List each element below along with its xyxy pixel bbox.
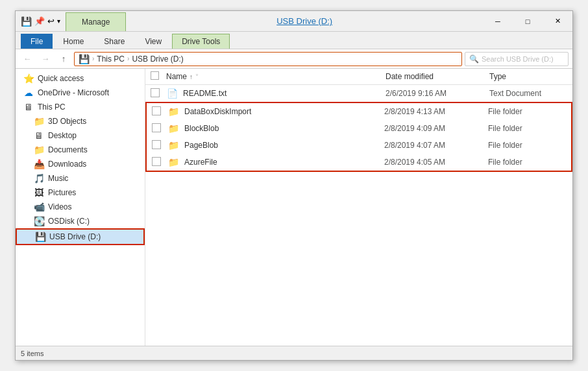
address-bar: ← → ↑ 💾 › This PC › USB Drive (D:) 🔍 Sea… [16,49,572,69]
file-row-pageblob[interactable]: 📁 PageBlob 2/8/2019 4:07 AM File folder [145,137,572,154]
file-list: Name ↑ ˅ Date modified Type 📄 README.txt… [145,69,572,346]
header-date[interactable]: Date modified [386,72,489,81]
music-icon: 🎵 [34,173,44,184]
file-date-readme: 2/6/2019 9:16 AM [386,89,489,98]
file-date-pageblob: 2/8/2019 4:07 AM [384,141,488,150]
file-date-blockblob: 2/8/2019 4:09 AM [384,124,488,133]
onedrive-icon: ☁ [23,88,34,98]
documents-icon: 📁 [34,145,44,155]
address-usb-drive: USB Drive (D:) [132,54,183,64]
undo-btn[interactable]: ↩ [47,16,55,26]
file-date-azurefile: 2/8/2019 4:05 AM [384,158,488,167]
maximize-button[interactable]: □ [513,11,543,32]
title-bar: 💾 📌 ↩ ▾ Manage USB Drive (D:) ─ □ ✕ [16,11,572,32]
txt-file-icon: 📄 [166,88,178,99]
quick-access-pin[interactable]: 📌 [34,16,45,26]
sidebar-item-music[interactable]: 🎵 Music [16,171,145,186]
manage-tab-title[interactable]: Manage [66,12,126,31]
sidebar-item-3d-objects[interactable]: 📁 3D Objects [16,114,145,128]
address-path[interactable]: 💾 › This PC › USB Drive (D:) [74,52,462,66]
close-button[interactable]: ✕ [543,11,572,32]
osdisk-icon: 💽 [34,216,44,226]
title-bar-title: USB Drive (D:) [126,11,483,31]
tab-drive-tools[interactable]: Drive Tools [172,34,230,49]
folder-icon-databoxdisk: 📁 [167,106,179,117]
file-type-pageblob: File folder [488,141,566,150]
sidebar-item-this-pc[interactable]: 🖥 This PC [16,100,145,114]
row-check-azurefile[interactable] [152,157,167,168]
minimize-button[interactable]: ─ [483,11,513,32]
tab-share[interactable]: Share [94,34,134,49]
sidebar-item-documents[interactable]: 📁 Documents [16,143,145,157]
desktop-icon: 🖥 [34,130,44,141]
file-name-pageblob: 📁 PageBlob [167,139,384,151]
this-pc-icon: 🖥 [23,102,34,112]
back-button[interactable]: ← [19,51,35,67]
search-box[interactable]: 🔍 Search USB Drive (D:) [465,52,569,66]
explorer-window: 💾 📌 ↩ ▾ Manage USB Drive (D:) ─ □ ✕ File… [15,10,573,361]
folder-icon-blockblob: 📁 [167,123,179,134]
window-controls: ─ □ ✕ [483,11,572,31]
row-check-blockblob[interactable] [152,123,167,134]
file-list-header: Name ↑ ˅ Date modified Type [145,69,572,85]
tab-view[interactable]: View [135,34,171,49]
status-bar: 5 items [16,346,572,360]
sidebar-item-pictures[interactable]: 🖼 Pictures [16,186,145,200]
header-type[interactable]: Type [489,72,567,81]
file-row-databoxdisk[interactable]: 📁 DataBoxDiskImport 2/8/2019 4:13 AM Fil… [145,102,572,120]
ribbon: File Home Share View Drive Tools [16,32,572,49]
file-type-readme: Text Document [489,89,567,98]
file-name-readme: 📄 README.txt [166,88,386,99]
status-text: 5 items [21,350,43,357]
sidebar-item-downloads[interactable]: 📥 Downloads [16,157,145,171]
pictures-icon: 🖼 [34,187,44,198]
tab-home[interactable]: Home [53,34,93,49]
file-type-azurefile: File folder [488,158,566,167]
dropdown-arrow[interactable]: ▾ [57,18,60,25]
sidebar: ⭐ Quick access ☁ OneDrive - Microsoft 🖥 … [16,69,145,346]
3d-objects-icon: 📁 [34,116,44,126]
file-type-databoxdisk: File folder [488,107,566,116]
downloads-icon: 📥 [34,159,44,169]
sidebar-item-osdisk[interactable]: 💽 OSDisk (C:) [16,214,145,228]
file-name-blockblob: 📁 BlockBlob [167,123,384,134]
search-placeholder: Search USB Drive (D:) [482,55,554,63]
window-icon: 💾 [21,16,32,27]
main-area: ⭐ Quick access ☁ OneDrive - Microsoft 🖥 … [16,69,572,346]
file-row-azurefile[interactable]: 📁 AzureFile 2/8/2019 4:05 AM File folder [145,154,572,172]
row-check-readme[interactable] [151,88,166,99]
chevron-down-icon: ˅ [195,73,199,80]
file-row-readme[interactable]: 📄 README.txt 2/6/2019 9:16 AM Text Docum… [145,85,572,102]
sidebar-item-onedrive[interactable]: ☁ OneDrive - Microsoft [16,86,145,100]
usb-drive-icon: 💾 [35,232,45,242]
ribbon-tabs: File Home Share View Drive Tools [16,32,572,49]
file-name-azurefile: 📁 AzureFile [167,156,384,168]
sidebar-item-usb-drive[interactable]: 💾 USB Drive (D:) [16,228,145,245]
quick-access-icon: ⭐ [23,73,34,84]
file-date-databoxdisk: 2/8/2019 4:13 AM [384,107,488,116]
row-check-databoxdisk[interactable] [152,106,167,117]
row-check-pageblob[interactable] [152,140,167,151]
tab-file[interactable]: File [21,34,53,49]
forward-button[interactable]: → [38,51,53,67]
folder-icon-azurefile: 📁 [167,156,179,168]
sidebar-item-desktop[interactable]: 🖥 Desktop [16,128,145,143]
folder-icon-pageblob: 📁 [167,139,179,151]
header-name[interactable]: Name ↑ ˅ [166,72,386,81]
file-row-blockblob[interactable]: 📁 BlockBlob 2/8/2019 4:09 AM File folder [145,120,572,137]
search-icon: 🔍 [469,54,479,64]
file-type-blockblob: File folder [488,124,566,133]
sidebar-item-quick-access[interactable]: ⭐ Quick access [16,71,145,86]
sort-arrow-icon: ↑ [190,73,193,80]
header-checkbox[interactable] [151,71,166,82]
address-this-pc: This PC [97,54,125,64]
title-bar-left: 💾 📌 ↩ ▾ [16,11,66,31]
up-button[interactable]: ↑ [56,51,71,67]
file-name-databoxdisk: 📁 DataBoxDiskImport [167,106,384,117]
sidebar-item-videos[interactable]: 📹 Videos [16,200,145,214]
address-drive-icon: 💾 [79,54,90,64]
videos-icon: 📹 [34,202,44,212]
